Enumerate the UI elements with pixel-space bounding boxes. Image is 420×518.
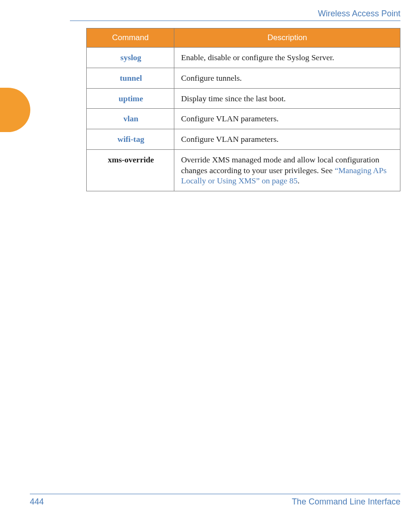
command-description: Configure tunnels. <box>174 68 400 88</box>
command-description: Override XMS managed mode and allow loca… <box>174 149 400 191</box>
header-rule <box>70 21 400 21</box>
table-row: uptime Display time since the last boot. <box>87 88 400 109</box>
column-header-command: Command <box>87 28 174 48</box>
command-table: Command Description syslog Enable, disab… <box>86 28 400 191</box>
header-title: Wireless Access Point <box>0 9 400 19</box>
command-link[interactable]: vlan <box>124 114 138 123</box>
section-title: The Command Line Interface <box>292 497 400 507</box>
command-link[interactable]: tunnel <box>120 73 142 83</box>
command-description: Enable, disable or configure the Syslog … <box>174 48 400 68</box>
table-row: wifi-tag Configure VLAN parameters. <box>87 129 400 150</box>
footer-rule <box>30 494 400 494</box>
desc-text: . <box>297 176 299 185</box>
table-row: syslog Enable, disable or configure the … <box>87 48 400 68</box>
command-link[interactable]: uptime <box>118 94 143 103</box>
command-description: Display time since the last boot. <box>174 88 400 109</box>
column-header-description: Description <box>174 28 400 48</box>
command-name: xms-override <box>108 155 154 164</box>
command-link[interactable]: syslog <box>120 53 141 62</box>
page-number: 444 <box>30 497 44 507</box>
table-row: vlan Configure VLAN parameters. <box>87 109 400 129</box>
table-row: xms-override Override XMS managed mode a… <box>87 149 400 191</box>
command-link[interactable]: wifi-tag <box>117 134 144 144</box>
table-row: tunnel Configure tunnels. <box>87 68 400 88</box>
command-description: Configure VLAN parameters. <box>174 129 400 150</box>
side-tab <box>0 88 30 132</box>
page-footer: 444 The Command Line Interface <box>30 494 400 507</box>
command-description: Configure VLAN parameters. <box>174 109 400 129</box>
